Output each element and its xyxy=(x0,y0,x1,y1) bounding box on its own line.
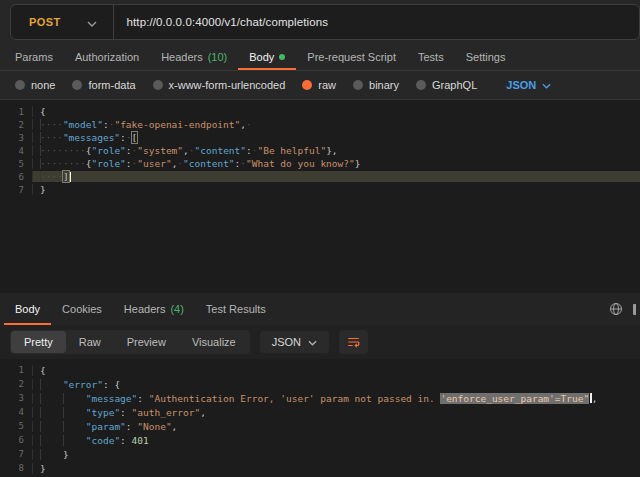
body-type-graphql[interactable]: GraphQL xyxy=(416,79,477,91)
code-token: "What do you know?" xyxy=(246,158,355,169)
chevron-down-icon xyxy=(308,336,317,348)
method-dropdown[interactable]: POST xyxy=(11,5,113,39)
response-tab-headers[interactable]: Headers(4) xyxy=(113,293,195,325)
code-content: "code": 401 xyxy=(32,435,640,446)
view-tab-raw[interactable]: Raw xyxy=(66,331,114,353)
view-tab-visualize[interactable]: Visualize xyxy=(179,331,249,353)
response-tab-cookies[interactable]: Cookies xyxy=(51,293,113,325)
request-language-select[interactable]: JSON xyxy=(506,79,551,91)
response-tab-body[interactable]: Body xyxy=(4,293,51,325)
code-line: 5 "param": "None", xyxy=(0,419,640,433)
code-token: : xyxy=(137,393,148,404)
radio-icon xyxy=(72,80,82,90)
code-token: { xyxy=(40,106,46,117)
code-token xyxy=(40,407,63,418)
request-tab-body[interactable]: Body xyxy=(238,44,296,70)
line-number: 2 xyxy=(0,379,32,389)
view-switcher: PrettyRawPreviewVisualize xyxy=(10,330,250,354)
line-number: 1 xyxy=(0,365,32,375)
body-type-raw[interactable]: raw xyxy=(302,79,336,91)
code-line: 5········{"role":·"user",·"content":·"Wh… xyxy=(0,157,640,170)
body-type-form-data[interactable]: form-data xyxy=(72,79,135,91)
line-number: 7 xyxy=(0,449,32,459)
line-number: 1 xyxy=(0,107,32,117)
body-type-binary[interactable]: binary xyxy=(353,79,399,91)
radio-icon xyxy=(153,80,163,90)
code-token: "model" xyxy=(63,119,103,130)
response-tab-label: Body xyxy=(15,303,40,315)
response-tab-label: Cookies xyxy=(62,303,102,315)
request-tab-params[interactable]: Params xyxy=(4,44,64,70)
request-tab-pre-request-script[interactable]: Pre-request Script xyxy=(296,44,407,70)
request-tabs: ParamsAuthorizationHeaders(10)BodyPre-re… xyxy=(0,44,640,71)
code-line: 3 "message": "Authentication Error, 'use… xyxy=(0,391,640,405)
code-content: ····"messages":·[ xyxy=(32,132,640,143)
code-token: { xyxy=(40,365,46,376)
code-token: } xyxy=(40,463,46,474)
code-content: "message": "Authentication Error, 'user'… xyxy=(32,393,640,404)
radio-label: x-www-form-urlencoded xyxy=(169,79,286,91)
view-tab-pretty[interactable]: Pretty xyxy=(11,331,66,353)
request-tab-tests[interactable]: Tests xyxy=(407,44,455,70)
response-tabs: BodyCookiesHeaders(4)Test Results xyxy=(0,293,640,325)
globe-icon[interactable] xyxy=(609,302,623,316)
code-token: ] xyxy=(63,171,69,182)
request-tab-authorization[interactable]: Authorization xyxy=(64,44,150,70)
clipped-icon xyxy=(633,304,636,315)
code-token xyxy=(40,379,63,390)
tab-count-badge: (10) xyxy=(208,51,228,63)
code-token: "None" xyxy=(137,421,171,432)
code-token: · xyxy=(246,119,252,130)
code-line: 1{ xyxy=(0,105,640,118)
response-tab-test-results[interactable]: Test Results xyxy=(195,293,277,325)
view-tab-preview[interactable]: Preview xyxy=(114,331,179,353)
code-token: [ xyxy=(132,132,138,143)
code-token: "type" xyxy=(86,407,120,418)
code-token: }, xyxy=(326,145,337,156)
code-content: { xyxy=(32,106,640,117)
response-language-select[interactable]: JSON xyxy=(260,331,329,353)
request-tab-settings[interactable]: Settings xyxy=(455,44,517,70)
code-token: "role" xyxy=(92,145,126,156)
radio-label: form-data xyxy=(88,79,135,91)
body-type-x-www-form-urlencoded[interactable]: x-www-form-urlencoded xyxy=(153,79,286,91)
code-content: "param": "None", xyxy=(32,421,640,432)
code-token: ········ xyxy=(40,158,86,169)
request-body-editor[interactable]: 1{2····"model":·"fake-openai-endpoint",·… xyxy=(0,100,640,293)
chevron-down-icon xyxy=(542,79,551,91)
code-token: "user" xyxy=(137,158,171,169)
tab-count-badge: (4) xyxy=(170,303,183,315)
code-line: 4········{"role":·"system",·"content":·"… xyxy=(0,144,640,157)
response-body-editor[interactable]: 1{2 "error": {3 "message": "Authenticati… xyxy=(0,359,640,477)
code-token: "role" xyxy=(92,158,126,169)
code-content: ····] xyxy=(32,171,640,182)
code-token: "param" xyxy=(86,421,126,432)
line-number: 6 xyxy=(0,172,32,182)
response-tab-label: Test Results xyxy=(206,303,266,315)
code-content: } xyxy=(32,463,640,474)
line-number: 5 xyxy=(0,159,32,169)
code-token: "error" xyxy=(63,379,103,390)
code-line: 7 } xyxy=(0,447,640,461)
line-number: 3 xyxy=(0,393,32,403)
request-tab-label: Tests xyxy=(418,51,444,63)
code-token: : xyxy=(120,407,131,418)
code-line: 2 "error": { xyxy=(0,377,640,391)
request-tab-label: Body xyxy=(249,51,274,63)
code-token: "Be helpful" xyxy=(257,145,326,156)
code-content: "error": { xyxy=(32,379,640,390)
radio-icon xyxy=(416,80,426,90)
line-number: 4 xyxy=(0,146,32,156)
wrap-text-button[interactable] xyxy=(339,330,368,354)
code-token: "fake-openai-endpoint" xyxy=(114,119,240,130)
code-token: "code" xyxy=(86,435,120,446)
line-number: 7 xyxy=(0,185,32,195)
code-token: : { xyxy=(103,379,120,390)
code-token: 401 xyxy=(132,435,149,446)
url-input[interactable]: http://0.0.0.0:4000/v1/chat/completions xyxy=(114,5,328,39)
request-tab-label: Pre-request Script xyxy=(307,51,396,63)
body-type-none[interactable]: none xyxy=(15,79,55,91)
code-token: "auth_error" xyxy=(132,407,201,418)
code-content: } xyxy=(32,449,640,460)
request-tab-headers[interactable]: Headers(10) xyxy=(150,44,238,70)
